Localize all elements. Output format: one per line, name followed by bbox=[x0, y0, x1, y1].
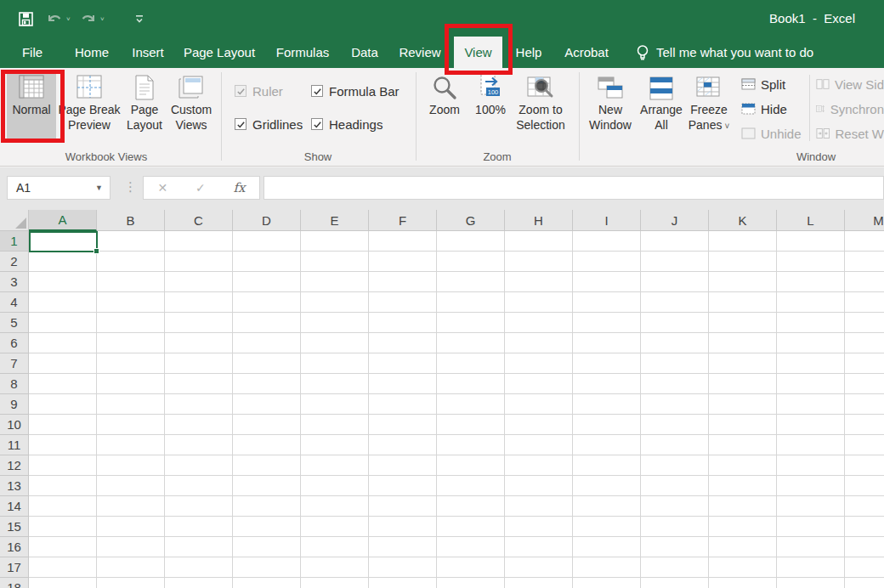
arrange-all-button[interactable]: Arrange All bbox=[638, 71, 685, 141]
new-window-button[interactable]: New Window bbox=[586, 71, 634, 141]
page-layout-view-label: Page Layout bbox=[122, 102, 167, 133]
freeze-panes-icon bbox=[696, 71, 722, 100]
ribbon-tab-row: File Home Insert Page Layout Formulas Da… bbox=[0, 37, 884, 68]
formula-input[interactable] bbox=[264, 176, 884, 200]
row-header-14[interactable]: 14 bbox=[0, 496, 29, 517]
tab-formulas[interactable]: Formulas bbox=[270, 37, 335, 68]
select-all-corner[interactable] bbox=[0, 210, 29, 231]
name-box[interactable]: A1 ▼ bbox=[7, 176, 110, 200]
reset-window-position-label: Reset W bbox=[835, 127, 884, 141]
excel-window: ˅ ˅ Book1 - Excel File Home Insert Page … bbox=[0, 0, 884, 588]
name-box-value: A1 bbox=[16, 181, 95, 195]
redo-dropdown-chevron-icon[interactable]: ˅ bbox=[100, 15, 105, 23]
tell-me-bulb[interactable] bbox=[632, 42, 653, 63]
column-header-B[interactable]: B bbox=[97, 210, 165, 231]
row-header-6[interactable]: 6 bbox=[0, 333, 29, 353]
hide-button[interactable]: Hide bbox=[741, 99, 806, 118]
customize-quick-access-toolbar-button[interactable] bbox=[129, 8, 150, 29]
name-box-dropdown-icon[interactable]: ▼ bbox=[95, 184, 103, 192]
page-layout-view-button[interactable]: Page Layout bbox=[122, 71, 167, 141]
synchronous-scrolling-label: Synchron bbox=[830, 102, 884, 116]
row-header-5[interactable]: 5 bbox=[0, 313, 29, 333]
reset-window-position-button: Reset W bbox=[816, 124, 884, 143]
split-button[interactable]: Split bbox=[741, 75, 806, 93]
headings-checkbox-box bbox=[311, 118, 323, 130]
redo-button[interactable] bbox=[78, 8, 99, 29]
group-label-window: Window bbox=[756, 150, 876, 164]
freeze-panes-text: Freeze Panes bbox=[688, 103, 728, 132]
save-icon bbox=[19, 12, 33, 26]
column-header-C[interactable]: C bbox=[165, 210, 233, 231]
sheet-cells[interactable] bbox=[29, 231, 884, 588]
ruler-checkbox[interactable]: Ruler bbox=[235, 83, 283, 99]
check-icon bbox=[313, 87, 322, 96]
select-all-triangle-icon bbox=[15, 218, 26, 229]
tab-page-layout[interactable]: Page Layout bbox=[178, 37, 260, 68]
gridlines-checkbox[interactable]: Gridlines bbox=[235, 116, 303, 132]
column-header-E[interactable]: E bbox=[301, 210, 369, 231]
custom-views-icon bbox=[178, 71, 204, 100]
row-header-13[interactable]: 13 bbox=[0, 476, 29, 496]
custom-views-button[interactable]: Custom Views bbox=[168, 71, 214, 141]
row-header-3[interactable]: 3 bbox=[0, 272, 29, 292]
insert-function-icon[interactable]: fx bbox=[234, 180, 246, 195]
tab-insert[interactable]: Insert bbox=[126, 37, 170, 68]
column-header-I[interactable]: I bbox=[573, 210, 641, 231]
selected-cell-A1[interactable] bbox=[29, 231, 98, 252]
tell-me-box[interactable]: Tell me what you want to do bbox=[656, 37, 813, 68]
formula-bar-checkbox[interactable]: Formula Bar bbox=[311, 83, 400, 99]
tab-home[interactable]: Home bbox=[66, 37, 117, 68]
column-header-K[interactable]: K bbox=[709, 210, 777, 231]
row-header-16[interactable]: 16 bbox=[0, 537, 29, 557]
group-separator bbox=[221, 72, 222, 161]
new-window-label: New Window bbox=[586, 102, 634, 133]
undo-button[interactable] bbox=[44, 8, 65, 29]
column-header-G[interactable]: G bbox=[437, 210, 505, 231]
zoom-to-selection-icon bbox=[527, 71, 554, 100]
ruler-checkbox-box bbox=[235, 85, 246, 97]
zoom-button[interactable]: Zoom bbox=[422, 71, 468, 141]
undo-dropdown-chevron-icon[interactable]: ˅ bbox=[66, 15, 71, 23]
zoom-100-button[interactable]: 100 100% bbox=[471, 71, 510, 141]
lightbulb-icon bbox=[636, 44, 649, 61]
row-header-8[interactable]: 8 bbox=[0, 374, 29, 394]
zoom-to-selection-button[interactable]: Zoom to Selection bbox=[512, 71, 570, 141]
tab-data[interactable]: Data bbox=[343, 37, 386, 68]
column-header-L[interactable]: L bbox=[777, 210, 845, 231]
row-header-17[interactable]: 17 bbox=[0, 557, 29, 578]
row-header-2[interactable]: 2 bbox=[0, 252, 29, 272]
row-header-10[interactable]: 10 bbox=[0, 415, 29, 435]
column-header-A[interactable]: A bbox=[29, 210, 97, 231]
page-break-preview-button[interactable]: Page Break Preview bbox=[58, 71, 121, 141]
row-header-11[interactable]: 11 bbox=[0, 435, 29, 455]
group-separator bbox=[579, 72, 580, 161]
split-icon bbox=[741, 78, 756, 90]
column-header-M[interactable]: M bbox=[845, 210, 884, 231]
tab-review[interactable]: Review bbox=[393, 37, 447, 68]
cancel-icon[interactable]: ✕ bbox=[157, 181, 167, 195]
workbook-title: Book1 - Excel bbox=[769, 11, 855, 25]
column-header-F[interactable]: F bbox=[369, 210, 437, 231]
row-header-15[interactable]: 15 bbox=[0, 517, 29, 537]
tab-acrobat[interactable]: Acrobat bbox=[558, 37, 615, 68]
formula-bar-resize-handle[interactable]: ⋮ bbox=[124, 179, 137, 195]
freeze-panes-label: Freeze Panes˅ bbox=[685, 102, 733, 134]
save-button[interactable] bbox=[15, 8, 36, 29]
enter-icon[interactable]: ✓ bbox=[196, 181, 206, 195]
tab-help[interactable]: Help bbox=[508, 37, 549, 68]
row-header-1[interactable]: 1 bbox=[0, 231, 29, 252]
tab-file[interactable]: File bbox=[12, 37, 53, 68]
hide-icon bbox=[741, 103, 756, 115]
headings-checkbox[interactable]: Headings bbox=[311, 116, 382, 132]
title-bar: ˅ ˅ Book1 - Excel bbox=[0, 0, 884, 37]
fill-handle[interactable] bbox=[94, 248, 99, 254]
row-header-7[interactable]: 7 bbox=[0, 353, 29, 374]
column-header-J[interactable]: J bbox=[641, 210, 709, 231]
row-header-18[interactable]: 18 bbox=[0, 578, 29, 588]
column-header-H[interactable]: H bbox=[505, 210, 573, 231]
row-header-12[interactable]: 12 bbox=[0, 455, 29, 476]
freeze-panes-button[interactable]: Freeze Panes˅ bbox=[685, 71, 733, 141]
column-header-D[interactable]: D bbox=[233, 210, 301, 231]
row-header-9[interactable]: 9 bbox=[0, 394, 29, 415]
row-header-4[interactable]: 4 bbox=[0, 292, 29, 313]
